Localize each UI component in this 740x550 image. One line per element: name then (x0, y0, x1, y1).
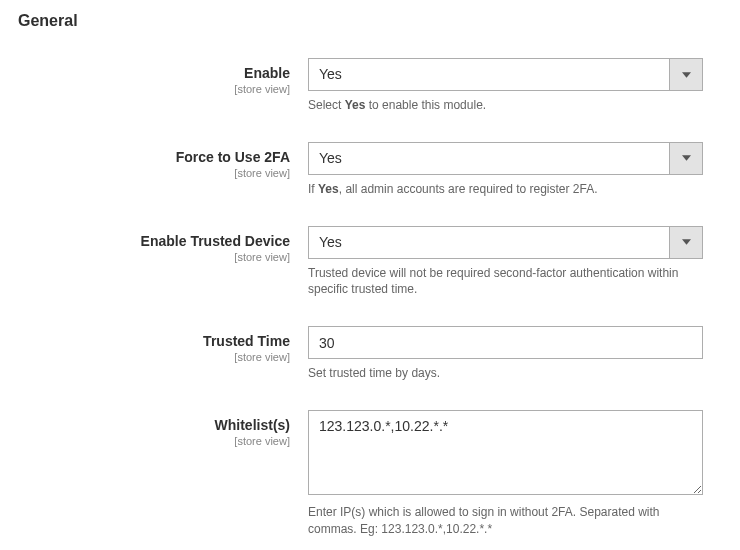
control-wrap: Yes Select Yes to enable this module. (308, 58, 703, 114)
chevron-down-icon[interactable] (669, 59, 702, 90)
force-2fa-hint: If Yes, all admin accounts are required … (308, 181, 703, 198)
hint-text: , all admin accounts are required to reg… (339, 182, 598, 196)
hint-text: If (308, 182, 318, 196)
enable-label: Enable (18, 64, 290, 82)
trusted-device-select[interactable]: Yes (308, 226, 703, 259)
hint-text: to enable this module. (365, 98, 486, 112)
label-wrap: Enable Trusted Device [store view] (18, 226, 308, 263)
label-wrap: Whitelist(s) [store view] (18, 410, 308, 447)
whitelist-textarea[interactable] (308, 410, 703, 495)
control-wrap: Yes If Yes, all admin accounts are requi… (308, 142, 703, 198)
chevron-down-icon[interactable] (669, 143, 702, 174)
trusted-time-input[interactable] (308, 326, 703, 359)
trusted-time-label: Trusted Time (18, 332, 290, 350)
scope-label: [store view] (18, 435, 290, 447)
scope-label: [store view] (18, 83, 290, 95)
field-row-enable: Enable [store view] Yes Select Yes to en… (18, 58, 722, 114)
trusted-device-select-value[interactable]: Yes (309, 227, 669, 258)
enable-hint: Select Yes to enable this module. (308, 97, 703, 114)
trusted-time-hint: Set trusted time by days. (308, 365, 703, 382)
control-wrap: Set trusted time by days. (308, 326, 703, 382)
whitelist-label: Whitelist(s) (18, 416, 290, 434)
label-wrap: Enable [store view] (18, 58, 308, 95)
scope-label: [store view] (18, 251, 290, 263)
enable-select-value[interactable]: Yes (309, 59, 669, 90)
force-2fa-select[interactable]: Yes (308, 142, 703, 175)
whitelist-hint: Enter IP(s) which is allowed to sign in … (308, 504, 703, 538)
scope-label: [store view] (18, 351, 290, 363)
field-row-trusted-time: Trusted Time [store view] Set trusted ti… (18, 326, 722, 382)
scope-label: [store view] (18, 167, 290, 179)
force-2fa-label: Force to Use 2FA (18, 148, 290, 166)
hint-bold: Yes (345, 98, 366, 112)
hint-bold: Yes (318, 182, 339, 196)
control-wrap: Enter IP(s) which is allowed to sign in … (308, 410, 703, 538)
control-wrap: Yes Trusted device will not be required … (308, 226, 703, 299)
force-2fa-select-value[interactable]: Yes (309, 143, 669, 174)
label-wrap: Force to Use 2FA [store view] (18, 142, 308, 179)
chevron-down-icon[interactable] (669, 227, 702, 258)
label-wrap: Trusted Time [store view] (18, 326, 308, 363)
trusted-device-label: Enable Trusted Device (18, 232, 290, 250)
field-row-trusted-device: Enable Trusted Device [store view] Yes T… (18, 226, 722, 299)
enable-select[interactable]: Yes (308, 58, 703, 91)
field-row-whitelist: Whitelist(s) [store view] Enter IP(s) wh… (18, 410, 722, 538)
field-row-force-2fa: Force to Use 2FA [store view] Yes If Yes… (18, 142, 722, 198)
trusted-device-hint: Trusted device will not be required seco… (308, 265, 703, 299)
hint-text: Select (308, 98, 345, 112)
section-title: General (18, 12, 722, 30)
